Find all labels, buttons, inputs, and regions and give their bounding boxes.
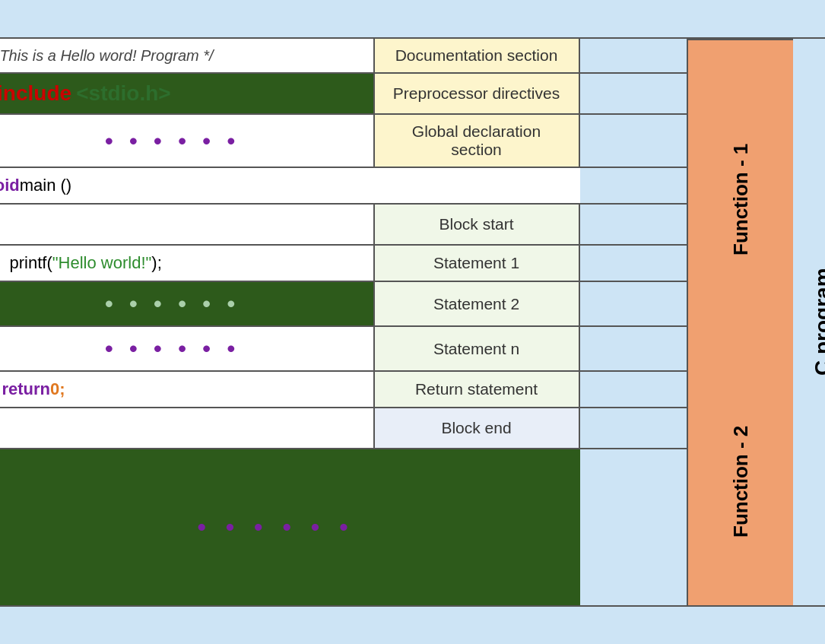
row-func2: • • • • • •: [0, 449, 687, 605]
func2-dots: • • • • • •: [197, 512, 354, 542]
printf-string: "Hello world!": [52, 253, 152, 273]
global-label-cell: Global declaration section: [375, 115, 580, 167]
doc-label: Documentation section: [395, 46, 558, 65]
return-code: return 0;: [0, 372, 375, 407]
void-keyword: void: [0, 176, 20, 195]
function-column: Function - 1 Function - 2: [687, 39, 793, 605]
stmtn-code: • • • • • •: [0, 327, 375, 370]
stmtn-dots: • • • • • •: [105, 335, 240, 363]
return-val: 0;: [50, 379, 65, 399]
pre-code-cell: #include <stdio.h>: [0, 74, 375, 113]
stmt2-label-cell: Statement 2: [375, 282, 580, 325]
row-void-main: void main (): [0, 168, 687, 205]
row-global: • • • • • • Global declaration section: [0, 115, 687, 168]
func2-label-cell: Function - 2: [688, 358, 793, 605]
printf-pre: printf(: [10, 253, 52, 273]
row-documentation: /* This is a Hello word! Program */ Docu…: [0, 39, 687, 74]
return-label: Return statement: [415, 380, 538, 398]
global-dots: • • • • • •: [105, 127, 240, 155]
pre-label-cell: Preprocessor directives: [375, 74, 580, 113]
stmt2-label: Statement 2: [433, 295, 519, 313]
c-program-column: C program: [793, 39, 826, 605]
row-stmt1: printf( "Hello world!" ); Statement 1: [0, 246, 687, 282]
block-end-code: }: [0, 408, 375, 448]
stmtn-label-cell: Statement n: [375, 327, 580, 370]
void-main-cell: void main (): [0, 168, 580, 203]
stmt1-label-cell: Statement 1: [375, 246, 580, 281]
stmt1-label: Statement 1: [433, 254, 519, 272]
func2-label: Function - 2: [728, 426, 752, 538]
row-stmtn: • • • • • • Statement n: [0, 327, 687, 372]
stmt1-code: printf( "Hello world!" );: [0, 246, 375, 281]
block-start-code: {: [0, 205, 375, 244]
block-start-label-cell: Block start: [375, 205, 580, 244]
return-label-cell: Return statement: [375, 372, 580, 407]
global-label: Global declaration section: [386, 122, 568, 159]
block-end-label-cell: Block end: [375, 408, 580, 448]
doc-label-cell: Documentation section: [375, 39, 580, 72]
main-diagram: /* This is a Hello word! Program */ Docu…: [0, 37, 825, 607]
main-rest: main (): [20, 176, 71, 195]
global-code-cell: • • • • • •: [0, 115, 375, 167]
pre-label: Preprocessor directives: [393, 84, 560, 103]
code-grid: /* This is a Hello word! Program */ Docu…: [0, 39, 687, 605]
printf-post: );: [151, 253, 161, 273]
stmt2-code: • • • • • •: [0, 282, 375, 325]
doc-code-cell: /* This is a Hello word! Program */: [0, 39, 375, 72]
row-block-start: { Block start: [0, 205, 687, 246]
block-start-label: Block start: [439, 215, 513, 233]
row-stmt2: • • • • • • Statement 2: [0, 282, 687, 327]
row-block-end: } Block end: [0, 408, 687, 449]
func1-label-cell: Function - 1: [688, 39, 793, 358]
c-program-label: C program: [811, 268, 826, 376]
return-keyword: return: [2, 379, 51, 399]
row-return: return 0; Return statement: [0, 372, 687, 408]
func2-code: • • • • • •: [0, 449, 580, 605]
row-preprocessor: #include <stdio.h> Preprocessor directiv…: [0, 74, 687, 115]
stmtn-label: Statement n: [433, 340, 519, 358]
doc-comment: /* This is a Hello word! Program */: [0, 47, 214, 65]
stmt2-dots: • • • • • •: [105, 290, 240, 318]
include-keyword: #include: [0, 81, 71, 106]
block-end-label: Block end: [441, 419, 511, 437]
func1-label: Function - 1: [728, 143, 752, 255]
include-lib: <stdio.h>: [76, 81, 170, 106]
